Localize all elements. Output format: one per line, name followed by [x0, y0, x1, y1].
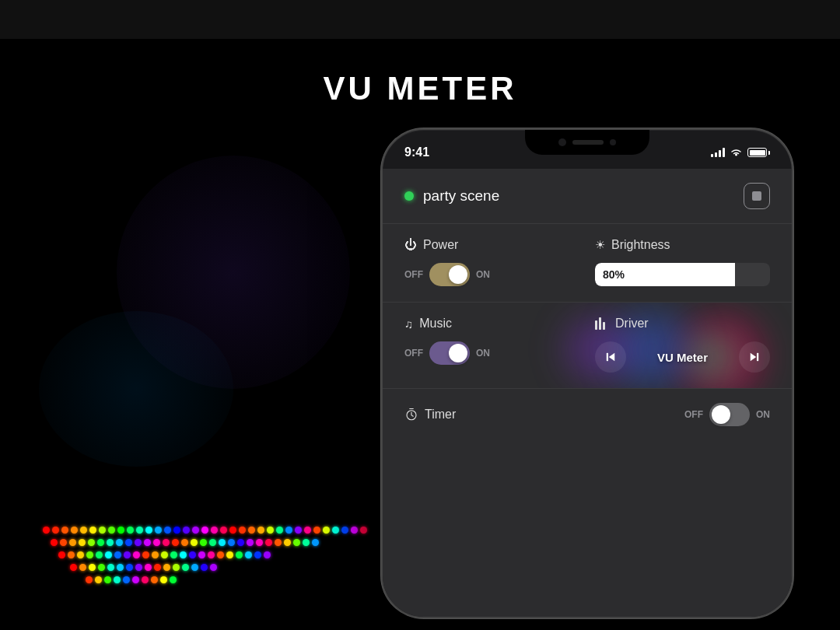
power-off-label: OFF: [404, 269, 423, 280]
driver-playback: VU Meter: [595, 341, 770, 373]
timer-label: Timer: [404, 408, 684, 422]
power-brightness-section: ⏻ Power OFF ON ☀ Brightness: [383, 224, 792, 303]
music-driver-section: ♫ Music OFF ON: [383, 303, 792, 389]
timer-toggle[interactable]: [709, 403, 750, 426]
power-toggle-row: OFF ON: [404, 263, 579, 286]
timer-section: Timer OFF ON: [383, 389, 792, 440]
top-bar: [0, 0, 840, 39]
music-note-icon: ♫: [404, 317, 413, 331]
bg-glow-2: [39, 311, 233, 467]
brightness-label: ☀ Brightness: [595, 238, 770, 252]
timer-toggle-row: OFF ON: [684, 403, 770, 426]
svg-rect-0: [595, 320, 597, 330]
music-on-label: ON: [476, 348, 490, 359]
power-on-label: ON: [476, 269, 490, 280]
brightness-control: ☀ Brightness 80%: [595, 238, 770, 286]
svg-marker-5: [751, 353, 757, 362]
svg-marker-3: [609, 353, 615, 362]
music-toggle-thumb: [449, 344, 467, 362]
timer-toggle-thumb: [712, 405, 730, 424]
bars-icon: [595, 317, 609, 330]
brightness-slider[interactable]: 80%: [595, 263, 770, 286]
scene-info: party scene: [404, 187, 499, 205]
brightness-value: 80%: [603, 268, 625, 281]
svg-rect-2: [603, 322, 605, 330]
skip-forward-icon: [747, 350, 761, 364]
led-row-4: [43, 564, 377, 571]
prev-button[interactable]: [595, 341, 626, 373]
led-row-5: [43, 576, 377, 583]
phone-frame: 9:41: [381, 128, 793, 618]
battery-icon: [747, 148, 770, 157]
header-row: party scene: [383, 169, 792, 224]
music-toggle[interactable]: [429, 341, 470, 365]
svg-rect-6: [757, 353, 758, 362]
led-row-1: [43, 527, 377, 534]
timer-icon: [404, 408, 418, 422]
stop-button[interactable]: [744, 183, 770, 209]
signal-bars-icon: [711, 148, 725, 157]
slider-fill: 80%: [595, 263, 735, 286]
led-row-2: [43, 539, 377, 546]
driver-label: Driver: [595, 317, 770, 331]
power-toggle-thumb: [449, 265, 467, 284]
phone-content: party scene ⏻ Power OFF: [383, 169, 792, 617]
led-row-3: [43, 551, 377, 558]
music-toggle-row: OFF ON: [404, 341, 579, 365]
svg-rect-1: [599, 317, 601, 330]
music-control: ♫ Music OFF ON: [404, 317, 579, 373]
music-label: ♫ Music: [404, 317, 579, 331]
power-toggle[interactable]: [429, 263, 470, 286]
wifi-icon: [730, 148, 743, 158]
music-off-label: OFF: [404, 348, 423, 359]
stop-square-icon: [752, 191, 761, 201]
next-button[interactable]: [739, 341, 770, 373]
phone-wrapper: 9:41: [381, 128, 793, 618]
brightness-icon: ☀: [595, 238, 605, 252]
led-display: [43, 527, 377, 583]
power-control: ⏻ Power OFF ON: [404, 238, 579, 286]
scene-name: party scene: [423, 187, 499, 205]
notch: [525, 130, 649, 155]
active-indicator: [404, 191, 414, 201]
page-title: VU METER: [0, 70, 840, 107]
status-time: 9:41: [404, 145, 429, 159]
slider-track: 80%: [595, 263, 770, 286]
timer-on-label: ON: [756, 409, 770, 420]
driver-name: VU Meter: [657, 351, 708, 364]
driver-control: Driver VU Meter: [595, 317, 770, 373]
status-icons: [711, 148, 770, 158]
timer-off-label: OFF: [684, 409, 703, 420]
power-icon: ⏻: [404, 238, 417, 252]
skip-back-icon: [604, 350, 618, 364]
power-label: ⏻ Power: [404, 238, 579, 252]
svg-rect-4: [607, 353, 608, 362]
